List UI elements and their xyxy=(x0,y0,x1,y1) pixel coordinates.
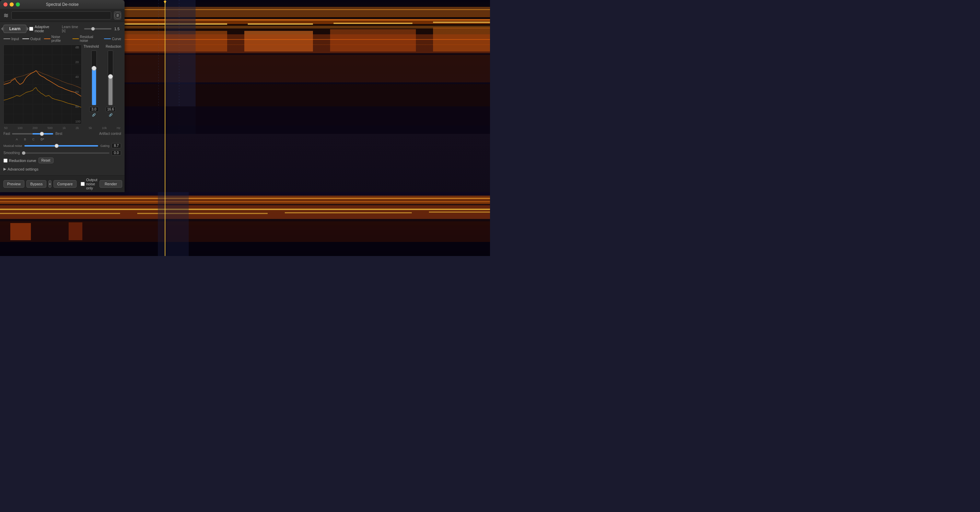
legend-curve-label: Curve xyxy=(112,37,121,41)
window-controls xyxy=(3,2,20,6)
freq-100: 100 xyxy=(18,126,23,130)
db-label-top: dB xyxy=(75,46,80,49)
artifact-value[interactable]: 8.7 xyxy=(111,143,121,148)
threshold-slider-track[interactable] xyxy=(91,51,97,105)
legend-output-line xyxy=(22,38,29,39)
output-noise-text: Output noise only xyxy=(86,178,97,190)
svg-rect-19 xyxy=(124,34,490,53)
legend-noise-profile: Noise profile xyxy=(44,35,69,43)
legend-output-label: Output xyxy=(30,37,40,41)
legend-noise-profile-label: Noise profile xyxy=(51,35,69,43)
fast-label: Fast xyxy=(3,132,10,135)
plugin-window: Spectral De-noise ≋ ≡ ? Learn Adaptive m… xyxy=(0,0,124,192)
learn-time-value: 1.5 xyxy=(114,27,121,31)
freq-500: 500 xyxy=(47,126,52,130)
reduction-link-icon: 🔗 xyxy=(109,113,113,117)
svg-rect-27 xyxy=(0,205,490,219)
render-button[interactable]: Render xyxy=(100,180,122,188)
threshold-thumb[interactable] xyxy=(92,66,96,71)
learn-row: Learn Adaptive mode Learn time [s] 1.5 xyxy=(3,25,121,33)
artifact-slider[interactable] xyxy=(24,145,99,146)
spectrogram-bottom xyxy=(0,192,490,256)
reduction-curve-row: Reduction curve Reset xyxy=(3,157,121,163)
svg-rect-37 xyxy=(158,192,189,256)
freq-200: 200 xyxy=(32,126,37,130)
svg-rect-34 xyxy=(10,223,31,240)
sliders-row: 3.0 🔗 16.6 🔗 xyxy=(89,51,116,117)
freq-axis: 50 100 200 500 1k 2k 5k 10k Hz xyxy=(3,126,121,130)
threshold-label: Threshold xyxy=(84,45,99,48)
db-label-100: 100 xyxy=(75,120,80,123)
smoothing-slider[interactable] xyxy=(22,153,110,154)
compare-button[interactable]: Compare xyxy=(54,180,76,188)
db-label-60: 60 xyxy=(75,90,80,94)
svg-rect-24 xyxy=(0,196,490,204)
close-button[interactable] xyxy=(3,2,8,6)
reduction-thumb[interactable] xyxy=(108,74,113,79)
legend-curve-line xyxy=(104,38,111,39)
quality-slider[interactable] xyxy=(12,133,53,135)
reduction-value-box[interactable]: 16.6 xyxy=(106,107,116,112)
smoothing-value[interactable]: 0.0 xyxy=(111,150,121,156)
legend-curve: Curve xyxy=(104,37,121,41)
freq-50: 50 xyxy=(4,126,8,130)
reduction-curve-checkbox[interactable] xyxy=(3,159,8,163)
playhead xyxy=(165,0,165,256)
threshold-value-box[interactable]: 3.0 xyxy=(89,107,99,112)
legend-residual-noise: Residual noise xyxy=(72,35,100,43)
bottom-bar: Preview Bypass + Compare Output noise on… xyxy=(0,175,124,192)
smoothing-label: Smoothing xyxy=(3,151,20,155)
help-button[interactable]: ? xyxy=(114,12,121,19)
eq-graph[interactable]: dB 20 40 60 80 100 xyxy=(3,45,82,124)
learn-time-slider[interactable] xyxy=(84,28,111,30)
output-noise-label[interactable]: Output noise only xyxy=(81,178,97,190)
main-display: dB 20 40 60 80 100 Threshold Reduction xyxy=(3,45,121,124)
adaptive-mode-checkbox[interactable] xyxy=(29,27,33,31)
advanced-settings-label: Advanced settings xyxy=(8,167,38,171)
preview-button[interactable]: Preview xyxy=(3,180,24,188)
legend-output: Output xyxy=(22,37,40,41)
notch-b: B xyxy=(24,138,26,141)
bypass-button[interactable]: Bypass xyxy=(26,180,46,188)
legend-residual-noise-line xyxy=(72,38,79,39)
reduction-curve-label[interactable]: Reduction curve xyxy=(3,159,37,163)
advanced-settings-arrow-icon: ▶ xyxy=(3,167,6,171)
best-label: Best xyxy=(55,132,62,135)
preset-dropdown[interactable] xyxy=(11,11,111,19)
svg-rect-36 xyxy=(0,242,490,256)
window-title: Spectral De-noise xyxy=(46,2,79,7)
plugin-logo-icon: ≋ xyxy=(3,12,9,19)
threshold-link-icon: 🔗 xyxy=(92,113,96,117)
threshold-fill xyxy=(92,67,96,105)
minimize-button[interactable] xyxy=(10,2,14,6)
gating-label: Gating xyxy=(100,144,110,148)
output-noise-checkbox[interactable] xyxy=(81,182,85,186)
svg-rect-22 xyxy=(124,107,490,134)
musical-noise-label: Musical noise xyxy=(3,144,22,148)
learn-time-label: Learn time [s] xyxy=(62,25,81,33)
db-label-40: 40 xyxy=(75,75,80,79)
legend-noise-profile-line xyxy=(44,38,50,39)
svg-rect-35 xyxy=(68,223,82,240)
add-button[interactable]: + xyxy=(48,180,51,188)
slider-headers: Threshold Reduction xyxy=(84,45,121,48)
artifact-section-label: Artifact control xyxy=(99,132,121,135)
legend-row: Input Output Noise profile Residual nois… xyxy=(3,35,121,43)
maximize-button[interactable] xyxy=(16,2,20,6)
quality-notches: A B C D* xyxy=(3,138,121,141)
notch-c: C xyxy=(32,138,35,141)
adaptive-mode-label[interactable]: Adaptive mode xyxy=(29,25,58,33)
reset-button[interactable]: Reset xyxy=(38,157,54,163)
artifact-row: Musical noise Gating 8.7 xyxy=(3,143,121,148)
legend-input-label: Input xyxy=(11,37,19,41)
freq-10k: 10k xyxy=(102,126,107,130)
freq-hz: Hz xyxy=(117,126,121,130)
plugin-header: ≋ ≡ ? xyxy=(0,9,124,22)
reduction-label: Reduction xyxy=(106,45,121,48)
freq-2k: 2k xyxy=(75,126,79,130)
learn-button[interactable]: Learn xyxy=(3,25,26,33)
reduction-slider-track[interactable] xyxy=(108,51,113,105)
advanced-settings-button[interactable]: ▶ Advanced settings xyxy=(3,165,121,173)
legend-input: Input xyxy=(3,37,19,41)
reduction-curve-text: Reduction curve xyxy=(9,159,37,163)
